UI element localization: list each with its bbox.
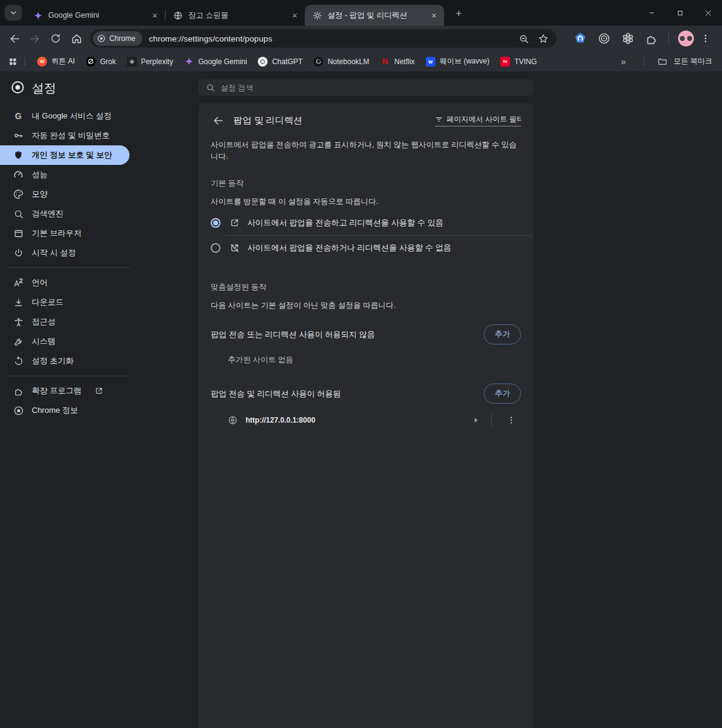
bookmark-perplexity[interactable]: Perplexity	[122, 54, 179, 69]
sidebar-item-performance[interactable]: 성능	[0, 165, 129, 184]
add-allowed-site-button[interactable]: 추가	[484, 384, 521, 404]
back-icon	[9, 33, 20, 45]
minimize-button[interactable]	[638, 0, 666, 26]
apps-grid-icon[interactable]	[8, 57, 18, 67]
sidebar-item-extensions[interactable]: 확장 프로그램	[0, 381, 129, 401]
bookmarks-right: » 모든 북마크	[616, 56, 712, 67]
zoom-out-icon[interactable]	[519, 34, 529, 44]
sidebar-item-label: 기본 브라우저	[32, 228, 82, 239]
sidebar-item-accessibility[interactable]: 접근성	[0, 312, 129, 332]
forward-button[interactable]	[24, 28, 45, 49]
sidebar-item-downloads[interactable]: 다운로드	[0, 293, 129, 312]
minimize-icon	[648, 9, 655, 16]
download-icon	[12, 297, 24, 308]
settings-search-input[interactable]	[221, 84, 533, 92]
omnibox[interactable]: Chrome chrome://settings/content/popups	[90, 29, 556, 48]
extension-shield-icon[interactable]	[574, 32, 587, 45]
sidebar-item-label: 다운로드	[32, 297, 64, 308]
sidebar-item-system[interactable]: 시스템	[0, 332, 129, 351]
gemini-star-icon	[33, 10, 43, 20]
chrome-logo-icon	[97, 34, 106, 43]
back-arrow-button[interactable]	[211, 114, 224, 128]
tab-settings-popups[interactable]: 설정 - 팝업 및 리디렉션	[305, 5, 444, 26]
sidebar-item-autofill[interactable]: 자동 완성 및 비밀번호	[0, 126, 129, 145]
tab-google-gemini[interactable]: Google Gemini	[26, 5, 165, 26]
popup-allowed-icon	[230, 218, 239, 228]
tab-django-shop[interactable]: 장고 쇼핑몰	[166, 5, 305, 26]
extension-circles-icon[interactable]	[597, 32, 611, 45]
site-filter-input[interactable]	[447, 115, 521, 123]
bookmark-star-icon[interactable]	[538, 34, 549, 44]
extension-atom-icon[interactable]	[621, 32, 635, 45]
tab-close-icon[interactable]	[428, 10, 439, 21]
sidebar-item-google-services[interactable]: G 내 Google 서비스 설정	[0, 106, 129, 126]
all-bookmarks-button[interactable]: 모든 북마크	[674, 56, 712, 67]
settings-search-box[interactable]	[199, 79, 533, 96]
radio-selected[interactable]	[211, 218, 221, 228]
maximize-button[interactable]	[666, 0, 694, 26]
radio-option-allow[interactable]: 사이트에서 팝업을 전송하고 리디렉션을 사용할 수 있음	[199, 211, 533, 235]
sidebar-item-label: 검색엔진	[32, 208, 64, 219]
gemini-star-icon	[184, 57, 194, 67]
bookmark-wrtn[interactable]: AI 뤼튼 AI	[32, 54, 81, 69]
bookmark-tving[interactable]: tv TVING	[495, 54, 542, 69]
url-text[interactable]: chrome://settings/content/popups	[149, 34, 272, 43]
sidebar-item-search-engine[interactable]: 검색엔진	[0, 204, 129, 224]
key-icon	[12, 130, 24, 141]
tab-title: 설정 - 팝업 및 리디렉션	[327, 10, 428, 21]
not-allowed-row: 팝업 전송 또는 리디렉션 사용이 허용되지 않음 추가	[199, 326, 533, 344]
site-filter-field[interactable]	[435, 115, 521, 126]
close-window-button[interactable]	[694, 0, 722, 26]
sidebar-item-on-startup[interactable]: 시작 시 설정	[0, 243, 129, 263]
add-blocked-site-button[interactable]: 추가	[484, 324, 521, 344]
sidebar-item-label: Chrome 정보	[32, 405, 78, 416]
back-button[interactable]	[4, 28, 24, 49]
sidebar-item-about-chrome[interactable]: Chrome 정보	[0, 401, 129, 420]
bookmark-label: NotebookLM	[327, 57, 369, 66]
bookmark-notebooklm[interactable]: NotebookLM	[308, 54, 374, 69]
kebab-icon	[506, 415, 516, 425]
new-tab-button[interactable]	[450, 5, 467, 22]
bookmark-chatgpt[interactable]: ChatGPT	[252, 54, 308, 69]
page-description: 사이트에서 팝업을 전송하여 광고를 표시하거나, 원치 않는 웹사이트로 리디…	[199, 138, 533, 162]
maximize-icon	[677, 10, 684, 16]
bookmark-wavve[interactable]: w 웨이브 (wavve)	[420, 54, 495, 69]
radio-unselected[interactable]	[211, 243, 221, 253]
sidebar-item-label: 언어	[32, 277, 48, 288]
sidebar-item-appearance[interactable]: 모양	[0, 184, 129, 204]
sidebar-item-default-browser[interactable]: 기본 브라우저	[0, 224, 129, 243]
tab-search-button[interactable]	[5, 5, 22, 21]
external-link-icon	[95, 387, 103, 395]
notebooklm-favicon	[313, 57, 323, 67]
bookmark-label: 뤼튼 AI	[51, 56, 75, 67]
site-expand-arrow-icon[interactable]	[475, 418, 478, 423]
extensions-puzzle-icon[interactable]	[645, 32, 658, 45]
bookmark-google-gemini[interactable]: Google Gemini	[178, 54, 252, 69]
bookmark-netflix[interactable]: N Netflix	[374, 54, 420, 69]
bookmarks-overflow-button[interactable]: »	[616, 57, 631, 67]
reload-button[interactable]	[45, 28, 66, 49]
palette-icon	[12, 189, 24, 200]
bookmark-grok[interactable]: Grok	[81, 54, 122, 69]
extension-icons	[574, 32, 658, 45]
site-actions-button[interactable]	[506, 415, 516, 425]
search-icon	[206, 83, 215, 92]
profile-avatar[interactable]	[678, 31, 694, 46]
chatgpt-favicon	[258, 57, 268, 67]
sidebar-item-reset[interactable]: 설정 초기화	[0, 351, 129, 371]
tab-close-icon[interactable]	[289, 10, 300, 21]
settings-sidebar: G 내 Google 서비스 설정 자동 완성 및 비밀번호 개인 정보 보호 …	[0, 103, 147, 420]
sidebar-item-privacy-security[interactable]: 개인 정보 보호 및 보안	[0, 145, 129, 165]
sidebar-divider	[7, 268, 129, 268]
sidebar-item-languages[interactable]: 언어	[0, 273, 129, 293]
chrome-chip[interactable]: Chrome	[93, 31, 142, 46]
sidebar-item-label: 자동 완성 및 비밀번호	[32, 130, 110, 141]
allowed-row: 팝업 전송 및 리디렉션 사용이 허용됨 추가	[199, 385, 533, 403]
browser-menu-button[interactable]	[700, 33, 711, 44]
window-controls	[638, 0, 722, 26]
wavve-favicon: w	[426, 57, 436, 67]
tab-close-icon[interactable]	[149, 10, 160, 21]
allowed-site-row[interactable]: http://127.0.0.1:8000	[199, 408, 533, 432]
home-button[interactable]	[66, 28, 87, 49]
radio-option-block[interactable]: 사이트에서 팝업을 전송하거나 리디렉션을 사용할 수 없음	[199, 236, 533, 260]
